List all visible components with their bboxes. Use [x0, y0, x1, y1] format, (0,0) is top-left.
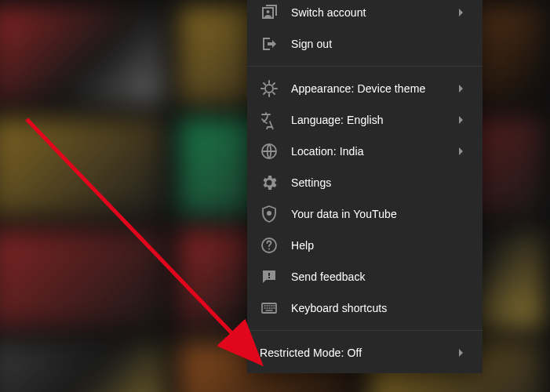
svg-point-4	[268, 249, 270, 250]
menu-label: Appearance: Device theme	[291, 82, 451, 95]
menu-item-settings[interactable]: Settings	[247, 167, 483, 198]
help-icon	[260, 236, 279, 255]
svg-point-2	[267, 211, 271, 216]
menu-label: Language: English	[291, 114, 451, 126]
language-icon	[260, 111, 279, 129]
menu-label: Sign out	[291, 38, 470, 50]
menu-item-sign-out[interactable]: Sign out	[247, 28, 483, 60]
menu-label: Location: India	[291, 145, 451, 158]
gear-icon	[260, 173, 279, 192]
chevron-right-icon	[451, 79, 470, 98]
chevron-right-icon	[451, 111, 470, 129]
menu-item-restricted-mode[interactable]: Restricted Mode: Off	[247, 337, 483, 368]
svg-point-0	[267, 10, 270, 13]
menu-item-shortcuts[interactable]: Keyboard shortcuts	[247, 292, 483, 324]
menu-item-location[interactable]: Location: India	[247, 136, 483, 167]
chevron-right-icon	[451, 3, 470, 22]
chevron-right-icon	[451, 343, 470, 362]
svg-rect-5	[268, 273, 270, 276]
globe-icon	[260, 142, 279, 161]
switch-account-icon	[260, 3, 279, 22]
menu-item-your-data[interactable]: Your data in YouTube	[247, 198, 483, 230]
menu-label: Restricted Mode: Off	[260, 347, 451, 359]
account-menu: YouTube Studio Switch account Sign out A…	[247, 0, 483, 373]
menu-item-switch-account[interactable]: Switch account	[247, 0, 483, 28]
menu-item-appearance[interactable]: Appearance: Device theme	[247, 73, 483, 104]
menu-label: Your data in YouTube	[291, 208, 470, 220]
menu-item-help[interactable]: Help	[247, 230, 483, 261]
menu-label: Keyboard shortcuts	[291, 302, 470, 314]
svg-rect-6	[268, 277, 270, 278]
menu-item-feedback[interactable]: Send feedback	[247, 261, 483, 292]
sign-out-icon	[260, 34, 279, 53]
menu-label: Help	[291, 239, 470, 252]
menu-label: Settings	[291, 176, 470, 189]
shield-icon	[260, 205, 279, 223]
feedback-icon	[260, 267, 279, 286]
menu-label: Switch account	[291, 6, 451, 19]
appearance-icon	[260, 79, 279, 98]
menu-label: Send feedback	[291, 270, 470, 283]
menu-item-language[interactable]: Language: English	[247, 104, 483, 136]
menu-divider	[247, 66, 483, 67]
chevron-right-icon	[451, 142, 470, 161]
menu-divider	[247, 330, 483, 331]
keyboard-icon	[260, 299, 279, 318]
